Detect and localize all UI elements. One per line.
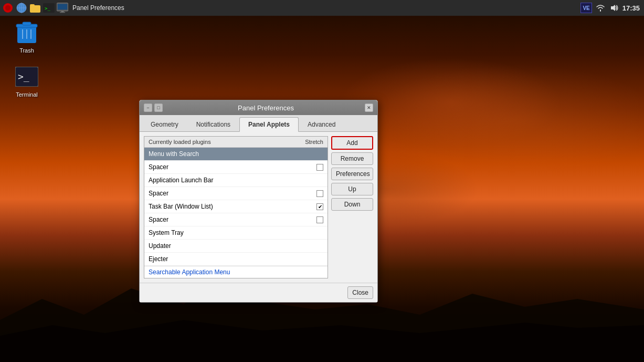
trash-label: Trash [19, 47, 34, 54]
plugin-stretch-3[interactable] [316, 190, 323, 197]
svg-point-3 [5, 5, 10, 11]
taskbar-right: VE 17:35 [576, 3, 644, 13]
plugin-item-0[interactable]: Menu with Search [144, 148, 328, 161]
taskbar-title: Panel Preferences [72, 4, 124, 12]
raspberry-menu-icon[interactable] [2, 2, 14, 14]
plugin-stretch-4[interactable]: ✔ [316, 203, 323, 210]
up-button[interactable]: Up [331, 183, 373, 195]
remove-button[interactable]: Remove [331, 152, 373, 165]
plugin-list: Menu with Search Spacer Application Laun… [144, 148, 328, 266]
svg-rect-19 [23, 22, 31, 25]
plugin-name-3: Spacer [149, 190, 312, 197]
plugin-name-2: Application Launch Bar [149, 177, 323, 184]
ve-tray-icon[interactable]: VE [580, 3, 592, 13]
desktop: >_ Panel Preferences VE [0, 0, 644, 362]
dialog-close-button[interactable]: ✕ [365, 104, 373, 112]
plugin-item-5[interactable]: Spacer [144, 213, 328, 226]
svg-marker-16 [611, 5, 615, 11]
plugin-list-container: Currently loaded plugins Stretch Menu wi… [144, 136, 328, 278]
terminal-taskbar-icon[interactable]: >_ [43, 2, 55, 14]
file-manager-icon[interactable] [29, 2, 41, 14]
dialog-titlebar: − □ Panel Preferences ✕ [140, 100, 377, 115]
dialog-controls: ✕ [365, 104, 373, 112]
svg-rect-15 [60, 12, 65, 13]
desktop-icons-area: Trash >_ Terminal [8, 20, 45, 98]
plugin-name-0: Menu with Search [149, 150, 323, 158]
tab-geometry[interactable]: Geometry [142, 117, 187, 131]
volume-tray-icon[interactable] [609, 3, 619, 13]
clock: 17:35 [622, 4, 640, 12]
plugin-item-2[interactable]: Application Launch Bar [144, 174, 328, 187]
plugin-item-4[interactable]: Task Bar (Window List) ✔ [144, 200, 328, 213]
plugin-name-7: Updater [149, 242, 323, 250]
plugin-stretch-1[interactable] [316, 164, 323, 171]
plugin-name-4: Task Bar (Window List) [149, 203, 312, 210]
trash-icon-image [14, 20, 39, 45]
col-plugins-label: Currently loaded plugins [149, 139, 211, 145]
trash-desktop-icon[interactable]: Trash [8, 20, 45, 54]
dialog-footer: Close [140, 283, 377, 302]
plugin-name-8: Ejecter [149, 255, 323, 263]
plugin-name-1: Spacer [149, 163, 312, 171]
svg-text:>_: >_ [18, 71, 29, 82]
taskbar: >_ Panel Preferences VE [0, 0, 644, 16]
searchable-app-menu-link[interactable]: Searchable Application Menu [144, 266, 328, 278]
svg-text:>_: >_ [45, 6, 50, 11]
plugin-item-6[interactable]: System Tray [144, 226, 328, 240]
col-stretch-label: Stretch [305, 139, 323, 145]
action-buttons-panel: Add Remove Preferences Up Down [331, 136, 373, 278]
panel-preferences-dialog: − □ Panel Preferences ✕ Geometry Notific… [139, 100, 378, 303]
taskbar-left: >_ Panel Preferences [0, 2, 126, 14]
down-button[interactable]: Down [331, 198, 373, 211]
svg-rect-9 [30, 4, 35, 6]
preferences-button[interactable]: Preferences [331, 168, 373, 180]
svg-marker-1 [0, 320, 644, 362]
browser-icon[interactable] [16, 2, 27, 14]
plugin-stretch-5[interactable] [316, 216, 323, 223]
wifi-tray-icon[interactable] [595, 3, 606, 13]
dialog-maximize-button[interactable]: □ [154, 104, 163, 112]
plugin-name-5: Spacer [149, 216, 312, 223]
tab-notifications[interactable]: Notifications [187, 117, 239, 131]
add-button[interactable]: Add [331, 136, 373, 150]
monitor-taskbar-icon[interactable] [57, 2, 68, 14]
tab-advanced[interactable]: Advanced [299, 117, 344, 131]
terminal-desktop-icon[interactable]: >_ Terminal [8, 64, 45, 98]
terminal-icon-image: >_ [14, 64, 39, 89]
plugin-name-6: System Tray [149, 229, 323, 236]
terminal-label: Terminal [16, 91, 38, 98]
tab-panel-applets[interactable]: Panel Applets [239, 117, 299, 132]
dialog-tabs: Geometry Notifications Panel Applets Adv… [140, 115, 377, 132]
plugin-list-header: Currently loaded plugins Stretch [144, 137, 328, 148]
plugin-item-8[interactable]: Ejecter [144, 253, 328, 266]
plugin-item-3[interactable]: Spacer [144, 187, 328, 200]
dialog-minimize-button[interactable]: − [144, 104, 152, 112]
svg-rect-13 [58, 4, 68, 9]
plugin-item-7[interactable]: Updater [144, 240, 328, 253]
dialog-content: Currently loaded plugins Stretch Menu wi… [140, 132, 377, 283]
dialog-title: Panel Preferences [167, 104, 365, 112]
close-button[interactable]: Close [347, 286, 373, 299]
svg-rect-8 [30, 5, 40, 13]
plugin-item-1[interactable]: Spacer [144, 161, 328, 174]
